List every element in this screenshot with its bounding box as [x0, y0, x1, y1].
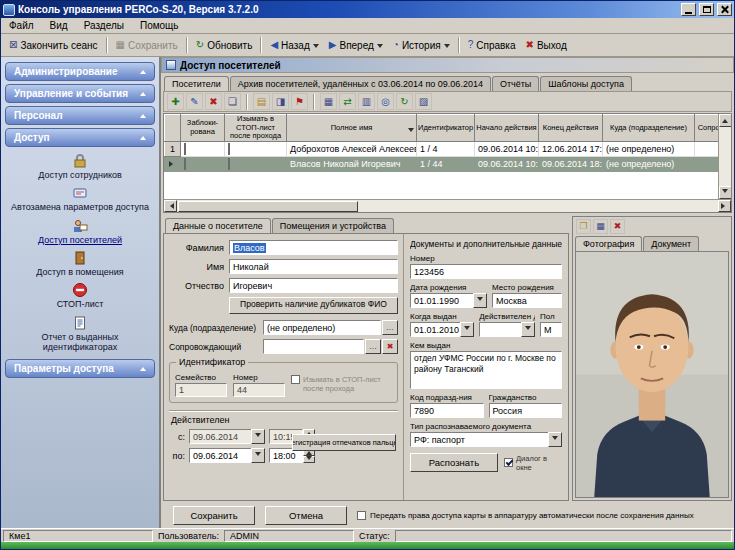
col-identifier[interactable]: Идентификатор: [417, 115, 475, 142]
col-start[interactable]: Начало действия: [475, 115, 539, 142]
doctype-combo[interactable]: РФ: паспорт: [410, 432, 562, 447]
exit-button[interactable]: ✖ Выход: [520, 38, 571, 53]
col-fullname[interactable]: Полное имя: [287, 115, 417, 142]
row-selector-header[interactable]: [165, 115, 181, 142]
escort-input[interactable]: [263, 339, 364, 354]
minimize-button[interactable]: [681, 3, 696, 16]
sidebar-item-identifier-report[interactable]: Отчет о выданных идентификаторах: [3, 314, 157, 354]
end-session-button[interactable]: ⊠ Закончить сеанс: [4, 38, 103, 53]
birthplace-input[interactable]: Москва: [492, 293, 562, 308]
sidebar-section-administration[interactable]: Администрирование: [5, 62, 155, 81]
tab-photo[interactable]: Фотография: [575, 236, 642, 251]
valid-until-combo[interactable]: [479, 322, 535, 337]
edit-visitor-icon[interactable]: ✎: [186, 93, 203, 110]
check-duplicates-button[interactable]: Проверить наличие дубликатов ФИО: [229, 297, 398, 314]
blocked-checkbox[interactable]: [184, 143, 186, 155]
tab-reports[interactable]: Отчёты: [492, 76, 539, 91]
escort-browse-button[interactable]: …: [365, 339, 381, 354]
sidebar-item-room-access[interactable]: Доступ в помещения: [3, 249, 157, 278]
scroll-left-button[interactable]: [164, 200, 177, 212]
help-button[interactable]: ? Справка: [463, 38, 521, 53]
tab-document[interactable]: Документ: [643, 236, 699, 251]
table-row-selected[interactable]: Власов Николай Игоревич 1 / 44 09.06.201…: [165, 156, 719, 171]
history-dropdown-icon[interactable]: [444, 44, 450, 51]
department-browse-button[interactable]: …: [382, 320, 398, 335]
load-photo-icon[interactable]: ❐: [576, 219, 591, 234]
issuer-textarea[interactable]: отдел УФМС России по г. Москве по району…: [410, 351, 562, 389]
scroll-down-button[interactable]: [719, 186, 732, 199]
scroll-up-button[interactable]: [719, 114, 732, 127]
sidebar-item-visitor-access[interactable]: Доступ посетителей: [3, 217, 157, 246]
back-dropdown-icon[interactable]: [313, 44, 319, 51]
save-photo-icon[interactable]: ▦: [593, 219, 608, 234]
tab-visitor-data[interactable]: Данные о посетителе: [165, 218, 271, 233]
forward-dropdown-icon[interactable]: [377, 44, 383, 51]
search-icon[interactable]: ◎: [377, 93, 394, 110]
col-department[interactable]: Куда (подразделение): [603, 115, 695, 142]
escort-clear-button[interactable]: ✖: [382, 339, 398, 354]
dropdown-icon[interactable]: [548, 432, 562, 447]
delete-visitor-icon[interactable]: ✖: [205, 93, 222, 110]
delete-photo-icon[interactable]: ✖: [610, 219, 625, 234]
refresh-button[interactable]: ↻ Обновить: [191, 38, 258, 53]
sidebar-item-auto-replace-access[interactable]: Автозамена параметров доступа: [3, 184, 157, 213]
calendar-dropdown-icon[interactable]: [251, 448, 265, 463]
tab-rooms-devices[interactable]: Помещения и устройства: [272, 218, 394, 233]
sidebar-section-personnel[interactable]: Персонал: [5, 106, 155, 125]
menu-sections[interactable]: Разделы: [76, 19, 132, 32]
transfer-rights-checkbox[interactable]: Передать права доступа карты в аппаратур…: [357, 511, 694, 520]
issued-date-combo[interactable]: 01.01.2010: [410, 322, 474, 337]
checkbox-icon[interactable]: [357, 511, 366, 520]
citizenship-input[interactable]: Россия: [489, 403, 563, 418]
stop-list-icon[interactable]: ⚑: [291, 93, 308, 110]
lastname-input[interactable]: Власов: [229, 240, 398, 255]
col-end[interactable]: Конец действия: [539, 115, 603, 142]
dropdown-icon[interactable]: [521, 322, 535, 337]
vertical-scrollbar[interactable]: [718, 114, 731, 199]
export-icon[interactable]: ⇄: [339, 93, 356, 110]
card-icon[interactable]: ▤: [253, 93, 270, 110]
sidebar-item-employee-access[interactable]: Доступ сотрудников: [3, 152, 157, 181]
close-button[interactable]: [717, 3, 732, 16]
firstname-input[interactable]: Николай: [229, 259, 398, 274]
checkbox-icon[interactable]: [504, 458, 513, 467]
table-row[interactable]: 1 Доброхотов Алексей Алексеевич 1 / 4 09…: [165, 141, 719, 156]
recognize-button[interactable]: Распознать: [410, 453, 498, 472]
menu-help[interactable]: Помощь: [132, 19, 187, 32]
save-button[interactable]: ▦ Сохранить: [111, 38, 183, 53]
columns-settings-icon[interactable]: ▥: [358, 93, 375, 110]
menu-file[interactable]: Файл: [1, 19, 42, 32]
doc-number-input[interactable]: 123456: [410, 264, 562, 279]
filter-icon[interactable]: ▨: [415, 93, 432, 110]
tab-access-templates[interactable]: Шаблоны доступа: [540, 76, 632, 91]
menu-view[interactable]: Вид: [42, 19, 76, 32]
back-button[interactable]: ◀ Назад: [265, 38, 323, 53]
stoplist-cell[interactable]: [225, 141, 287, 156]
col-escort[interactable]: Сопровождающий: [695, 115, 719, 142]
birthdate-combo[interactable]: 01.01.1990: [410, 293, 487, 308]
col-blocked[interactable]: Заблоки- рована: [181, 115, 225, 142]
checkbox-icon[interactable]: [291, 375, 300, 384]
horizontal-scrollbar[interactable]: [164, 199, 731, 212]
stoplist-cell[interactable]: [225, 156, 287, 171]
add-visitor-icon[interactable]: ✚: [167, 93, 184, 110]
department-input[interactable]: (не определено): [263, 320, 381, 335]
save-visitor-button[interactable]: Сохранить: [173, 506, 255, 525]
refresh-table-icon[interactable]: ↻: [396, 93, 413, 110]
calendar-dropdown-icon[interactable]: [251, 429, 265, 444]
print-icon[interactable]: ▦: [320, 93, 337, 110]
title-bar[interactable]: Консоль управления PERCo-S-20, Версия 3.…: [1, 1, 734, 18]
stoplist-checkbox[interactable]: [228, 158, 230, 170]
maximize-button[interactable]: [699, 3, 714, 16]
blocked-cell[interactable]: [181, 156, 225, 171]
dropdown-icon[interactable]: [460, 322, 474, 337]
number-input[interactable]: 44: [233, 383, 285, 397]
tab-archive[interactable]: Архив посетителей, удалённых с 03.06.201…: [230, 76, 491, 91]
sex-input[interactable]: М: [540, 322, 562, 337]
access-rights-icon[interactable]: ◨: [272, 93, 289, 110]
valid-from-date[interactable]: 09.06.2014: [189, 429, 265, 444]
col-stoplist[interactable]: Изымать в СТОП-лист после прохода: [225, 115, 287, 142]
forward-button[interactable]: ▶ Вперед: [324, 38, 388, 53]
cancel-button[interactable]: Отмена: [265, 506, 347, 525]
stoplist-after-pass-checkbox[interactable]: Изымать в СТОП-лист после прохода: [291, 373, 392, 393]
